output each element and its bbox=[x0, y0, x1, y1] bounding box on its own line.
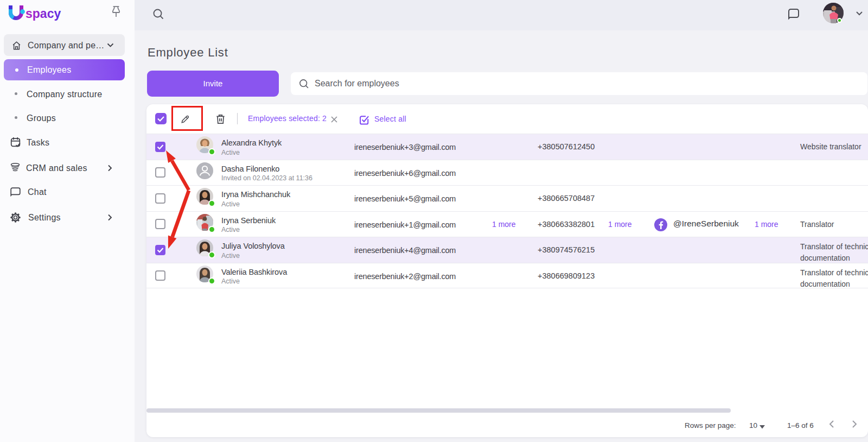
svg-text:spacy: spacy bbox=[25, 7, 61, 21]
